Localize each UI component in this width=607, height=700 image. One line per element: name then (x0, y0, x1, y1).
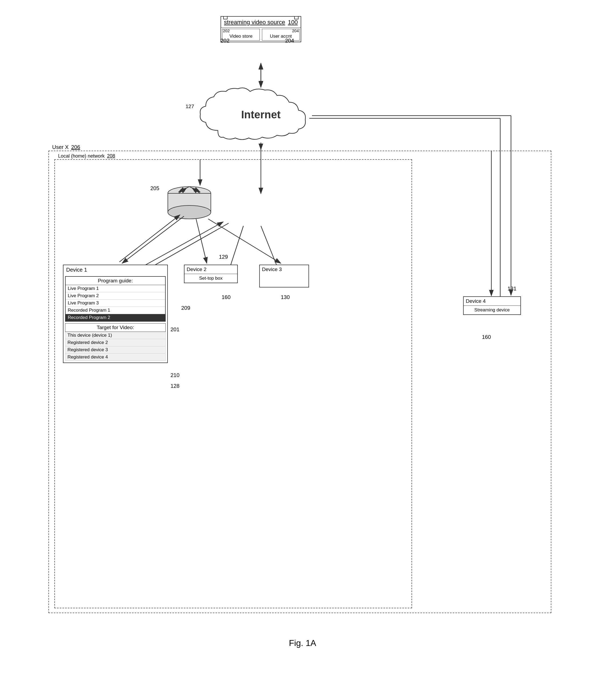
device4-subtitle: Streaming device (464, 305, 520, 314)
device3-box: Device 3 (259, 264, 309, 288)
streaming-source-title: streaming video source 100 (221, 17, 301, 26)
target-item-2: Registered device 2 (65, 339, 166, 346)
device4-title: Device 4 (464, 297, 520, 305)
svg-line-23 (120, 215, 180, 262)
user-boundary-label: User X 206 (52, 144, 80, 150)
ref-128: 128 (170, 383, 180, 389)
ref-204-outside: 204 (285, 38, 294, 44)
ref-130: 130 (281, 294, 290, 300)
cloud-svg: Internet (196, 87, 326, 144)
device2-box: Device 2 Set-top box (184, 264, 238, 283)
ref-205: 205 (150, 185, 159, 191)
program-guide-title: Program guide: (66, 277, 165, 285)
svg-point-14 (168, 206, 211, 219)
target-item-4: Registered device 4 (65, 354, 166, 361)
streaming-source-ref: 100 (288, 19, 298, 25)
target-title: Target for Video: (65, 323, 166, 332)
ref-209: 209 (181, 305, 190, 311)
ref-127: 127 (186, 104, 194, 109)
ref-210: 210 (170, 372, 180, 378)
local-network-label: Local (home) network 208 (58, 153, 115, 159)
ref-160-d4: 160 (482, 334, 491, 340)
internet-cloud: Internet 127 (196, 87, 326, 144)
pg-item-1: Live Program 1 (66, 285, 165, 292)
ref-202-outside: 202 (221, 38, 229, 44)
device3-title: Device 3 (260, 265, 309, 274)
ref-160-d2: 160 (222, 294, 230, 300)
ref-129: 129 (219, 254, 228, 260)
ref-131: 131 (507, 285, 516, 292)
figure-caption: Fig. 1A (40, 638, 565, 648)
svg-line-24 (196, 219, 207, 263)
device4-box: Device 4 Streaming device (463, 296, 521, 315)
router-icon: 205 (163, 185, 216, 220)
program-guide: Program guide: Live Program 1 Live Progr… (65, 276, 166, 322)
target-item-1: This device (device 1) (65, 332, 166, 339)
local-network-boundary: Local (home) network 208 205 (54, 159, 412, 608)
pg-item-4: Recorded Program 1 (66, 307, 165, 314)
pg-item-2: Live Program 2 (66, 292, 165, 300)
pg-item-5-highlighted: Recorded Program 2 (66, 314, 165, 321)
device1-box: Device 1 Program guide: Live Program 1 L… (63, 264, 168, 363)
target-section: Target for Video: This device (device 1)… (65, 323, 166, 361)
ref-204: 204 (292, 28, 299, 33)
device2-subtitle: Set-top box (185, 274, 237, 283)
streaming-source-label: streaming video source (224, 19, 285, 25)
svg-text:Internet: Internet (241, 109, 281, 121)
ref-201: 201 (170, 326, 180, 333)
user-boundary: User X 206 Local (home) network 208 (48, 151, 551, 613)
local-arrows (55, 160, 412, 608)
device2-title: Device 2 (185, 265, 237, 274)
ref-202: 202 (223, 28, 230, 33)
device1-title: Device 1 (63, 265, 167, 275)
target-item-3: Registered device 3 (65, 346, 166, 354)
svg-line-22 (122, 216, 184, 263)
pg-item-3: Live Program 3 (66, 300, 165, 307)
diagram-container: streaming video source 100 202 Video sto… (40, 11, 565, 656)
